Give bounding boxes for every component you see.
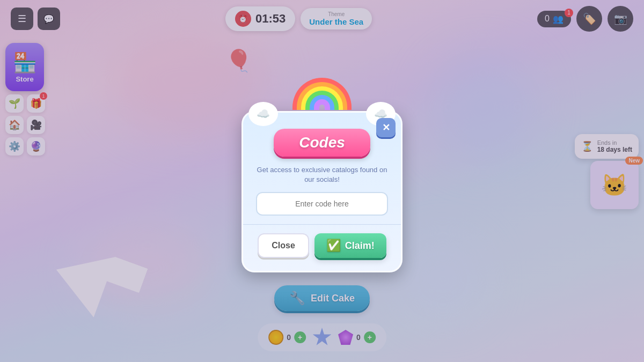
close-button[interactable]: Close bbox=[258, 233, 309, 258]
claim-icon: ✅ bbox=[326, 239, 341, 253]
cloud-left-decoration: ☁️ bbox=[248, 102, 278, 126]
cloud-left-face: ☁️ bbox=[257, 107, 270, 120]
modal-divider bbox=[243, 224, 401, 225]
codes-modal: ☁️ ☁️ ✕ Codes Get access to exclusive ca… bbox=[241, 111, 402, 272]
modal-overlay: ☁️ ☁️ ✕ Codes Get access to exclusive ca… bbox=[0, 0, 644, 362]
codes-title-text: Codes bbox=[299, 134, 345, 151]
modal-action-buttons: Close ✅ Claim! bbox=[256, 233, 388, 258]
code-input-field[interactable] bbox=[256, 192, 388, 216]
rainbow bbox=[292, 72, 352, 110]
close-button-label: Close bbox=[272, 241, 295, 250]
close-x-icon: ✕ bbox=[382, 122, 390, 134]
title-container: Codes bbox=[256, 129, 388, 165]
rainbow-decoration bbox=[290, 67, 354, 110]
codes-title: Codes bbox=[274, 129, 370, 157]
close-x-button[interactable]: ✕ bbox=[376, 118, 396, 137]
claim-button-label: Claim! bbox=[345, 240, 375, 252]
modal-description: Get access to exclusive catalogs found o… bbox=[256, 165, 388, 184]
claim-button[interactable]: ✅ Claim! bbox=[314, 233, 386, 258]
